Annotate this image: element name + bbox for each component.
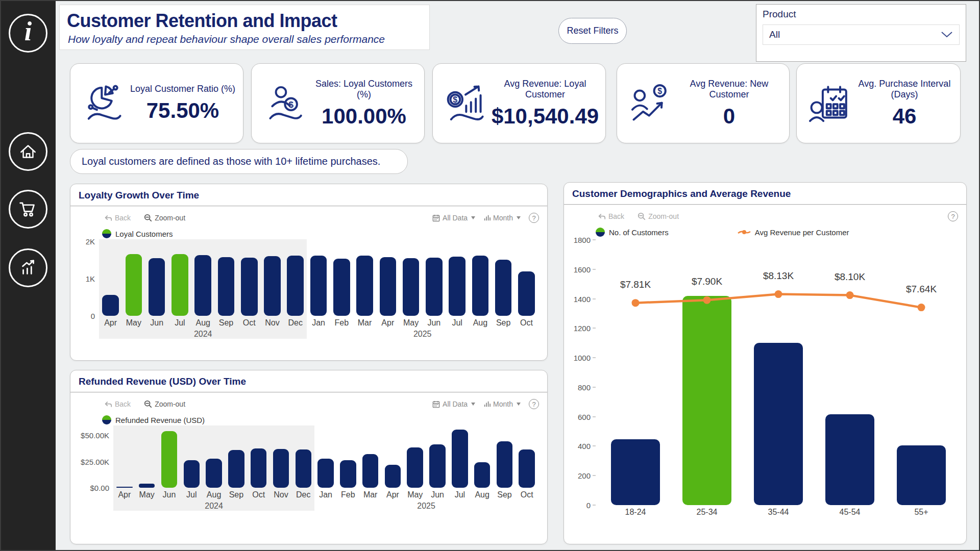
back-button[interactable]: Back xyxy=(104,214,131,222)
split-circle-marker xyxy=(102,415,111,424)
svg-text:$: $ xyxy=(453,94,457,104)
zoom-out-icon xyxy=(638,212,646,220)
bar[interactable] xyxy=(194,255,211,316)
year-label: 2024 xyxy=(113,499,314,511)
bar[interactable] xyxy=(228,450,244,488)
bar[interactable] xyxy=(149,258,165,316)
bar[interactable] xyxy=(184,460,200,488)
bar[interactable] xyxy=(429,444,446,488)
help-icon[interactable]: ? xyxy=(529,213,539,223)
line-data-label: $7.90K xyxy=(692,276,722,287)
bar[interactable] xyxy=(264,256,281,316)
zoom-out-button[interactable]: Zoom-out xyxy=(144,214,185,222)
y-tick-label: 1000 xyxy=(574,354,596,362)
bar[interactable] xyxy=(333,259,350,316)
trend-chart-icon[interactable] xyxy=(9,248,47,287)
month-label: Sep xyxy=(492,316,515,328)
help-icon[interactable]: ? xyxy=(529,399,539,409)
cart-icon[interactable] xyxy=(9,190,47,229)
page-subtitle: How loyalty and repeat behaviour shape o… xyxy=(68,33,429,45)
bar[interactable] xyxy=(380,257,397,316)
zoom-out-button[interactable]: Zoom-out xyxy=(638,212,679,220)
bar[interactable] xyxy=(161,431,178,488)
bars-icon xyxy=(483,400,491,408)
bar[interactable] xyxy=(897,445,946,505)
bar[interactable] xyxy=(296,449,312,488)
help-icon[interactable]: ? xyxy=(948,211,958,221)
bar-column xyxy=(404,428,426,488)
back-button[interactable]: Back xyxy=(598,212,624,220)
category-label: 35-44 xyxy=(743,505,814,517)
month-label: Aug xyxy=(469,316,492,328)
month-dropdown[interactable]: Month xyxy=(483,400,521,408)
bar[interactable] xyxy=(385,465,401,488)
calendar-icon xyxy=(432,400,440,408)
orange-line-marker xyxy=(738,229,751,236)
bar[interactable] xyxy=(452,430,468,488)
plot-area: AprMayJunJulAugSepOctNovDecJanFebMarAprM… xyxy=(113,428,538,511)
legend-item: Loyal Customers xyxy=(102,229,173,238)
bar[interactable] xyxy=(172,254,188,316)
info-icon[interactable]: i xyxy=(9,14,47,53)
plot-area: AprMayJunJulAugSepOctNovDecJanFebMarAprM… xyxy=(99,241,538,339)
bar[interactable] xyxy=(251,448,267,488)
bar[interactable] xyxy=(403,258,420,316)
all-data-dropdown[interactable]: All Data xyxy=(432,214,475,222)
divider xyxy=(70,206,547,207)
bar-column xyxy=(314,428,337,488)
bar[interactable] xyxy=(825,414,874,505)
month-label: Aug xyxy=(203,488,225,499)
bar[interactable] xyxy=(206,459,222,488)
kpi-label: Avg Revenue: Loyal Customer xyxy=(490,79,600,100)
bar[interactable] xyxy=(497,441,513,488)
bar-column xyxy=(248,428,270,488)
bar[interactable] xyxy=(139,484,155,488)
person-calendar-icon xyxy=(805,82,854,125)
panel-loyalty-growth: Loyalty Growth Over Time Back Zoom-out A… xyxy=(70,184,548,361)
bar[interactable] xyxy=(682,296,731,505)
month-label: Apr xyxy=(376,316,399,328)
month-label: May xyxy=(399,316,422,328)
bar[interactable] xyxy=(273,449,289,488)
divider xyxy=(564,204,966,205)
bar[interactable] xyxy=(754,343,803,505)
month-label: Jun xyxy=(145,316,168,328)
bar[interactable] xyxy=(310,256,327,316)
bar[interactable] xyxy=(611,439,660,505)
bar[interactable] xyxy=(317,459,334,488)
bar-column xyxy=(446,241,469,316)
month-label: Mar xyxy=(353,316,376,328)
bar[interactable] xyxy=(407,447,423,488)
bar-column xyxy=(214,241,237,316)
bar[interactable] xyxy=(519,449,535,488)
product-dropdown[interactable]: All xyxy=(763,24,960,45)
bar[interactable] xyxy=(218,257,235,316)
bar-column xyxy=(122,241,145,316)
bar[interactable] xyxy=(126,254,142,316)
back-button[interactable]: Back xyxy=(104,400,131,408)
bar-column xyxy=(337,428,359,488)
reset-filters-button[interactable]: Reset Filters xyxy=(558,18,627,44)
y-tick-label: 800 xyxy=(578,383,596,391)
bar[interactable] xyxy=(474,462,491,488)
bar[interactable] xyxy=(495,260,512,316)
bar[interactable] xyxy=(287,256,304,316)
bar[interactable] xyxy=(241,258,258,316)
bar[interactable] xyxy=(518,271,535,316)
bar[interactable] xyxy=(356,256,373,316)
bar-column xyxy=(225,428,248,488)
month-label: Feb xyxy=(330,316,353,328)
month-dropdown[interactable]: Month xyxy=(483,214,521,222)
bar[interactable] xyxy=(472,256,489,316)
bar-column xyxy=(492,241,515,316)
bar[interactable] xyxy=(102,295,119,316)
bar-column xyxy=(238,241,261,316)
bar[interactable] xyxy=(449,257,465,316)
all-data-dropdown[interactable]: All Data xyxy=(432,400,475,408)
zoom-out-button[interactable]: Zoom-out xyxy=(144,400,185,408)
bar[interactable] xyxy=(340,460,356,488)
bar[interactable] xyxy=(362,454,379,488)
bar-column xyxy=(158,428,181,488)
home-icon[interactable] xyxy=(9,132,47,171)
bar[interactable] xyxy=(426,258,443,316)
